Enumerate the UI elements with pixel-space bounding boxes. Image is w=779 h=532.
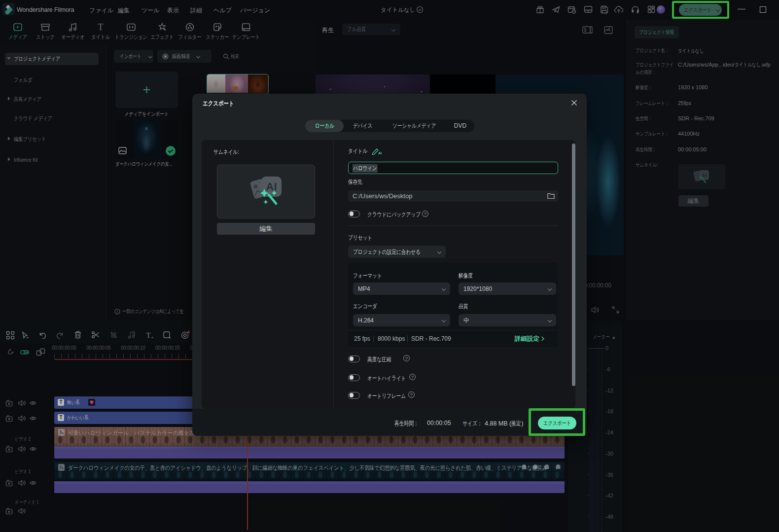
svg-text:AI: AI	[378, 151, 382, 155]
svg-text:AI: AI	[266, 180, 277, 193]
